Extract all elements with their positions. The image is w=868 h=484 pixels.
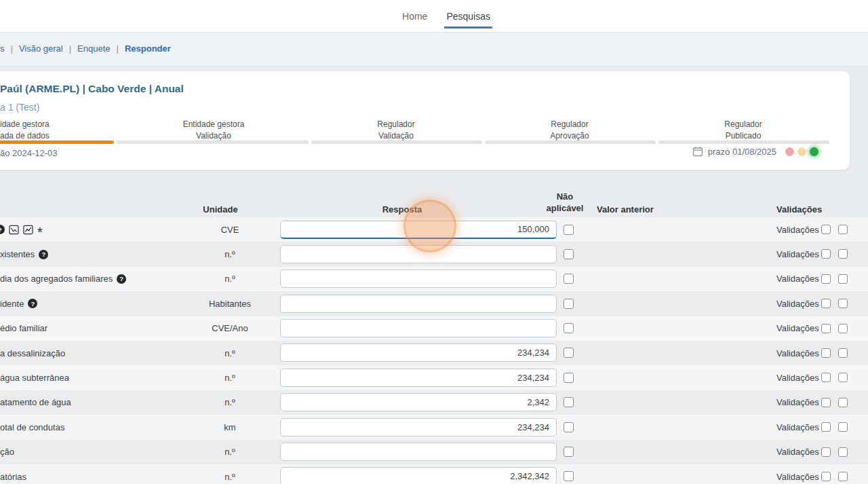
question-label: atórias (0, 464, 26, 484)
unit-cell: n.º (189, 440, 271, 464)
response-input[interactable] (280, 369, 557, 387)
validation-checkbox-1[interactable] (821, 274, 831, 284)
workflow-step-bar (0, 141, 114, 144)
breadcrumb-separator: | (69, 43, 71, 54)
response-input[interactable] (280, 418, 557, 436)
na-checkbox[interactable] (564, 348, 574, 358)
response-input[interactable] (280, 393, 557, 411)
table-row: otal de condutaskmValidações (0, 415, 868, 439)
validation-checkbox-1[interactable] (821, 348, 831, 358)
help-icon[interactable]: ? (0, 225, 5, 234)
validations-label: Validações (776, 291, 819, 316)
response-input[interactable] (280, 319, 557, 337)
header-valor-anterior: Valor anterior (597, 204, 654, 215)
response-input[interactable] (280, 269, 557, 288)
top-nav-bar: Home Pesquisas (0, 0, 868, 33)
na-checkbox[interactable] (564, 373, 574, 383)
question-label: a dessalinização (0, 341, 65, 365)
help-icon[interactable]: ? (39, 250, 48, 259)
nav-tab-home[interactable]: Home (402, 0, 427, 32)
validation-checkbox-1[interactable] (821, 249, 831, 259)
workflow-step-bar (117, 141, 309, 144)
na-checkbox[interactable] (564, 471, 574, 481)
validation-checkbox-1[interactable] (821, 324, 831, 333)
validation-checkbox-2[interactable] (838, 447, 848, 457)
validation-checkbox-2[interactable] (838, 398, 848, 407)
breadcrumb-separator: | (11, 43, 13, 54)
validation-checkbox-2[interactable] (838, 249, 848, 259)
na-checkbox[interactable] (564, 397, 574, 407)
chart-trend-icon[interactable] (23, 225, 33, 235)
breadcrumb-item[interactable]: Enquete (77, 43, 110, 54)
unit-cell: Habitantes (189, 291, 271, 316)
help-icon[interactable]: ? (28, 299, 37, 308)
workflow-step-bar (658, 141, 829, 144)
na-checkbox[interactable] (564, 225, 574, 235)
validation-checkbox-1[interactable] (821, 398, 831, 407)
question-label-text: ção (0, 447, 14, 457)
unit-cell: n.º (189, 365, 271, 390)
na-checkbox[interactable] (564, 422, 574, 432)
response-input[interactable] (280, 295, 557, 313)
na-checkbox[interactable] (564, 447, 574, 457)
validation-checkbox-1[interactable] (821, 373, 831, 382)
validation-checkbox-2[interactable] (838, 373, 848, 382)
nav-tab-pesquisas[interactable]: Pesquisas (446, 0, 490, 32)
table-row: idente?HabitantesValidações (0, 291, 868, 316)
response-input[interactable] (280, 245, 557, 263)
chart-line-icon[interactable] (9, 225, 19, 235)
unit-cell: CVE (189, 217, 271, 242)
table-row: dia dos agregados familiares?n.ºValidaçõ… (0, 267, 868, 291)
deadline-group: prazo 01/08/2025 (692, 146, 818, 157)
table-row: atamento de águan.ºValidações (0, 390, 868, 415)
validation-checkbox-2[interactable] (838, 299, 848, 308)
status-dot-green[interactable] (810, 147, 818, 156)
header-resposta: Resposta (334, 204, 470, 215)
breadcrumb-item[interactable]: Visão geral (19, 43, 63, 54)
deadline-label: prazo 01/08/2025 (708, 147, 776, 157)
questions-table: Unidade Resposta Não aplicável Valor ant… (0, 193, 868, 484)
status-dots (785, 147, 818, 156)
validation-checkbox-2[interactable] (838, 422, 848, 432)
validation-checkbox-2[interactable] (838, 225, 848, 234)
header-validacoes: Validações (776, 204, 821, 215)
na-checkbox[interactable] (564, 249, 574, 259)
validation-checkbox-1[interactable] (821, 472, 831, 481)
workflow-step-bar (311, 141, 482, 144)
validation-checkbox-1[interactable] (821, 225, 831, 234)
question-label-text: édio familiar (0, 323, 47, 333)
question-label-text: idente (0, 299, 24, 309)
table-header: Unidade Resposta Não aplicável Valor ant… (0, 193, 868, 217)
response-input[interactable] (280, 467, 557, 484)
validations-label: Validações (776, 415, 819, 439)
help-icon[interactable]: ? (117, 274, 126, 284)
validation-checkbox-1[interactable] (821, 422, 831, 432)
status-dot-yellow[interactable] (797, 147, 806, 156)
question-label: ção (0, 440, 14, 464)
table-row: çãon.ºValidações (0, 440, 868, 464)
na-checkbox[interactable] (564, 323, 574, 333)
table-row: édio familiarCVE/AnoValidações (0, 316, 868, 341)
validation-checkbox-2[interactable] (838, 324, 848, 333)
status-dot-red[interactable] (785, 147, 794, 156)
validation-checkbox-1[interactable] (821, 447, 831, 457)
workflow-step-label: Entidade gestoraValidação (125, 119, 302, 143)
question-label-text: otal de condutas (0, 422, 64, 432)
validation-checkbox-2[interactable] (838, 274, 848, 284)
response-input[interactable] (280, 221, 557, 239)
validation-checkbox-2[interactable] (838, 348, 848, 358)
question-label: idente? (0, 291, 37, 316)
na-checkbox[interactable] (564, 299, 574, 309)
question-label-text: água subterrânea (0, 373, 69, 383)
validation-checkbox-2[interactable] (838, 472, 848, 481)
breadcrumb: s|Visão geral|Enquete|Responder (0, 43, 171, 54)
question-label: ?* (0, 217, 43, 242)
nav-tabs: Home Pesquisas (12, 0, 868, 32)
validation-checkbox-1[interactable] (821, 299, 831, 308)
breadcrumb-item[interactable]: s (0, 43, 5, 54)
question-label: xistentes? (0, 242, 48, 266)
na-checkbox[interactable] (564, 274, 574, 284)
response-input[interactable] (280, 343, 557, 362)
breadcrumb-item[interactable]: Responder (125, 43, 171, 54)
response-input[interactable] (280, 443, 557, 461)
